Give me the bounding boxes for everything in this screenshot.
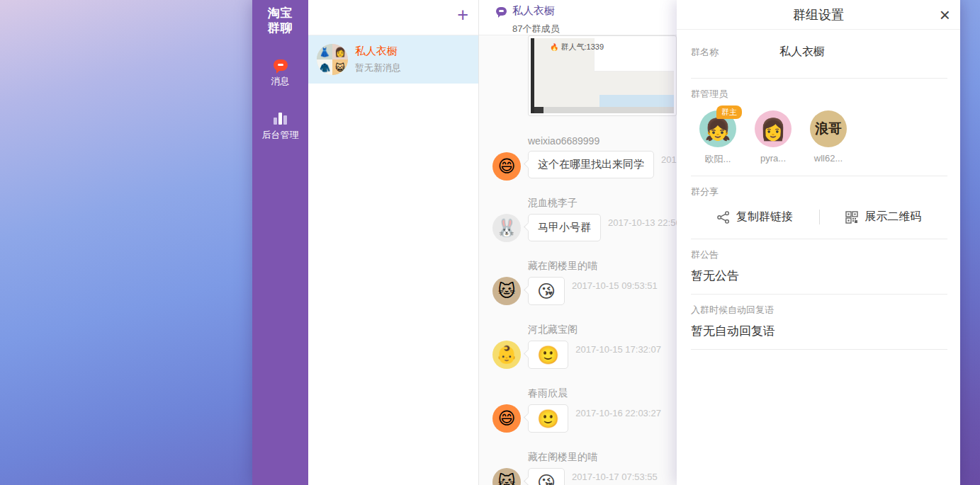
sidebar-item-messages[interactable]: 消息 [271, 59, 290, 88]
message-row: 👶 河北藏宝阁 🙂 2017-10-15 17:32:07 [479, 324, 677, 369]
app-window: 淘宝 群聊 消息 后台管理 + 👗👩🧥😺 私人衣橱 暂无新消息 [252, 0, 960, 485]
screenshot-thumbnail: 🔥群人气:1339 [531, 38, 674, 113]
message-timestamp: 2017-10-17 07:53:55 [572, 472, 658, 482]
chat-header: 私人衣橱 87个群成员 [479, 0, 677, 35]
auto-reply-value: 暂无自动回复语 [691, 323, 947, 339]
bar-chart-icon [274, 112, 288, 125]
group-last-message: 暂无新消息 [355, 62, 401, 74]
message-username: 春雨欣晨 [528, 387, 677, 400]
message-timestamp: 2017-10-16 22:03:27 [575, 408, 661, 418]
message-row: 🐱 藏在阁楼里的喵 😘 2017-10-17 07:53:55 [479, 451, 677, 485]
sidebar-item-admin[interactable]: 后台管理 [262, 112, 299, 142]
message-timestamp: 2017-10-13 22:56:5 [608, 217, 677, 228]
emoji-message-bubble: 😘 [528, 468, 565, 485]
admins-label: 群管理员 [691, 88, 947, 101]
member-count: 87个群成员 [512, 23, 677, 35]
announcement-label: 群公告 [691, 249, 947, 261]
message-row: 🐰 混血桃李子 马甲小号群 2017-10-13 22:56:5 [479, 197, 677, 241]
emoji-message-bubble: 🙂 [528, 341, 568, 369]
owner-badge: 群主 [716, 105, 742, 119]
group-settings-panel: 群组设置 × 群名称 私人衣橱 群管理员 群主 👧 欧阳... 👩 pyra..… [677, 0, 960, 485]
message-bubble: 马甲小号群 [528, 214, 601, 241]
message-timestamp: 2017-1 [661, 154, 677, 165]
admin-avatar: 浪哥 [810, 110, 847, 147]
chat-bubble-icon [496, 7, 507, 16]
message-username: 藏在阁楼里的喵 [528, 451, 677, 464]
group-name-label: 群名称 [691, 46, 779, 59]
avatar[interactable]: 😄 [492, 152, 521, 181]
message-row: 😄 weixiao6689999 这个在哪里找出来同学 2017-1 [479, 135, 677, 178]
message-bubble: 这个在哪里找出来同学 [528, 151, 654, 178]
avatar[interactable]: 😄 [492, 404, 521, 433]
message-list: 🔥群人气:1339 😄 weixiao6689999 这个在哪里找出来同学 20… [479, 35, 677, 485]
emoji-message-bubble: 😘 [528, 277, 565, 305]
close-icon[interactable]: × [940, 1, 950, 28]
admin-name: pyra... [753, 153, 793, 164]
avatar[interactable]: 🐰 [492, 214, 521, 242]
admin-member[interactable]: 浪哥 wll62... [809, 110, 848, 166]
logo-line2: 群聊 [268, 21, 293, 35]
chat-area: 私人衣橱 87个群成员 🔥群人气:1339 😄 weixiao6689999 [479, 0, 677, 485]
message-username: weixiao6689999 [528, 135, 677, 147]
message-timestamp: 2017-10-15 09:53:51 [572, 280, 658, 291]
share-icon [717, 211, 730, 224]
message-bubble-icon [274, 59, 288, 71]
chat-title-row: 私人衣橱 [496, 4, 677, 18]
logo-line1: 淘宝 [268, 6, 293, 21]
avatar[interactable]: 🐱 [492, 277, 521, 305]
group-avatar: 👗👩🧥😺 [317, 44, 348, 75]
qr-code-icon [845, 211, 858, 224]
admin-avatar: 👩 [755, 110, 792, 147]
chat-list: + 👗👩🧥😺 私人衣橱 暂无新消息 [308, 0, 479, 485]
auto-reply-label: 入群时候自动回复语 [691, 304, 947, 316]
message-timestamp: 2017-10-15 17:32:07 [575, 344, 661, 355]
copy-group-link-button[interactable]: 复制群链接 [691, 210, 819, 224]
message-username: 藏在阁楼里的喵 [528, 260, 677, 273]
message-row: 🐱 藏在阁楼里的喵 😘 2017-10-15 09:53:51 [479, 260, 677, 305]
list-item-group[interactable]: 👗👩🧥😺 私人衣橱 暂无新消息 [308, 35, 478, 84]
sidebar-item-label: 后台管理 [262, 129, 299, 142]
add-group-button[interactable]: + [457, 3, 468, 27]
announcement-section: 群公告 暂无公告 [691, 239, 947, 295]
admins-section: 群管理员 群主 👧 欧阳... 👩 pyra... 浪哥 wll62... [691, 79, 947, 176]
popularity-badge: 🔥群人气:1339 [550, 42, 604, 52]
panel-title: 群组设置 [793, 6, 844, 23]
avatar[interactable]: 👶 [492, 341, 521, 369]
admin-name: 欧阳... [698, 153, 738, 166]
message-row: 😄 春雨欣晨 🙂 2017-10-16 22:03:27 [479, 387, 677, 433]
admin-member[interactable]: 👩 pyra... [753, 110, 793, 166]
image-message[interactable]: 🔥群人气:1339 [528, 35, 677, 116]
message-username: 河北藏宝阁 [528, 324, 677, 336]
copy-group-link-label: 复制群链接 [736, 210, 793, 224]
share-section: 群分享 复制群链接 [691, 176, 947, 239]
show-qr-code-button[interactable]: 展示二维码 [819, 210, 948, 224]
share-label: 群分享 [691, 186, 947, 198]
avatar[interactable]: 🐱 [492, 468, 521, 485]
panel-header: 群组设置 × [677, 0, 960, 30]
flame-icon: 🔥 [550, 43, 558, 51]
announcement-value: 暂无公告 [691, 268, 947, 284]
message-username: 混血桃李子 [528, 197, 677, 210]
app-logo: 淘宝 群聊 [268, 6, 293, 35]
chat-title: 私人衣橱 [512, 4, 555, 18]
group-name-section: 群名称 私人衣橱 [691, 30, 947, 79]
admin-owner[interactable]: 群主 👧 欧阳... [698, 110, 738, 166]
group-name: 私人衣橱 [355, 45, 401, 58]
admin-name: wll62... [809, 153, 848, 164]
group-name-value: 私人衣橱 [779, 45, 825, 59]
emoji-message-bubble: 🙂 [528, 404, 568, 433]
sidebar: 淘宝 群聊 消息 后台管理 [252, 0, 308, 485]
show-qr-code-label: 展示二维码 [864, 210, 921, 224]
auto-reply-section: 入群时候自动回复语 暂无自动回复语 [691, 295, 947, 350]
chat-list-header: + [308, 0, 478, 35]
sidebar-item-label: 消息 [271, 75, 290, 88]
